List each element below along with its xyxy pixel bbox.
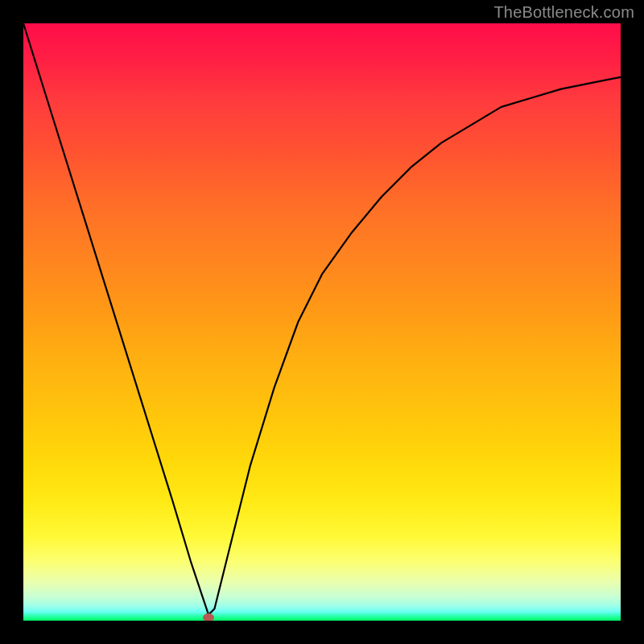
chart-svg [23,23,621,621]
chart-frame: TheBottleneck.com [0,0,644,644]
chart-marker [204,613,214,621]
chart-plot-area [23,23,621,621]
chart-series-curve [23,23,621,615]
watermark-text: TheBottleneck.com [493,3,634,22]
